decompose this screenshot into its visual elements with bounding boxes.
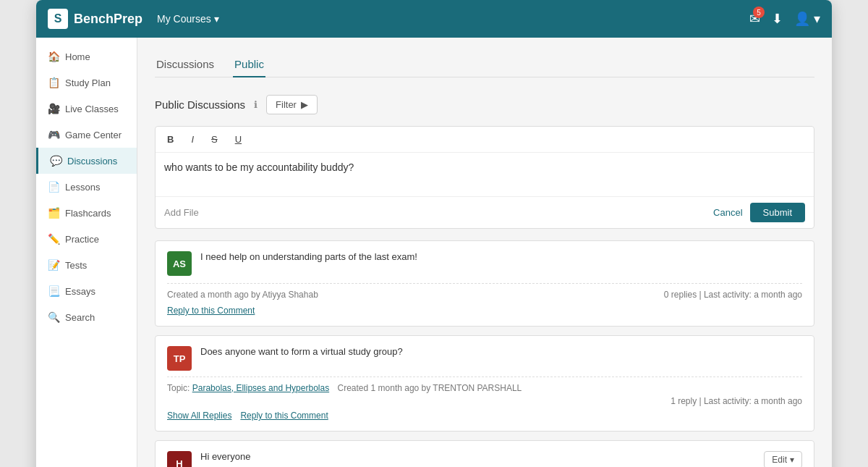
sidebar-item-live-classes[interactable]: 🎥 Live Classes [36,96,137,122]
sidebar-label-flashcards: Flashcards [65,208,111,219]
reply-link-2[interactable]: Reply to this Comment [240,411,328,421]
add-file-link[interactable]: Add File [164,207,199,218]
dropdown-arrow-icon: ▾ [214,13,219,25]
filter-label: Filter [276,99,297,110]
bold-button[interactable]: B [164,132,176,146]
notifications-icon[interactable]: ✉ 5 [749,11,760,27]
main-layout: 🏠 Home 📋 Study Plan 🎥 Live Classes 🎮 Gam… [36,38,832,467]
comment-replies-1: 0 replies | Last activity: a month ago [664,290,802,300]
sidebar-item-discussions[interactable]: 💬 Discussions [36,148,137,174]
app-window: S BenchPrep My Courses ▾ ✉ 5 ⬇ 👤 ▾ 🏠 Hom… [36,0,832,467]
study-plan-icon: 📋 [48,77,59,88]
download-icon[interactable]: ⬇ [772,11,783,27]
topic-label: Topic: [167,383,190,393]
sidebar-label-lessons: Lessons [65,182,100,193]
sidebar-item-search[interactable]: 🔍 Search [36,304,137,330]
comment-text-3: Hi everyone [200,451,755,462]
cancel-button[interactable]: Cancel [713,207,742,218]
sidebar-label-discussions: Discussions [67,156,117,167]
sidebar-label-game-center: Game Center [65,130,122,140]
comment-header-1: AS I need help on understanding parts of… [167,251,802,276]
logo: S BenchPrep [48,9,142,29]
comment-text-2: Does anyone want to form a virtual study… [200,346,802,357]
discussions-header: Public Discussions ℹ Filter ▶ [155,95,814,114]
edit-button-3[interactable]: Edit ▾ [764,451,802,467]
editor-toolbar: B I S U [156,127,814,153]
comment-header-3: H Hi everyone Edit ▾ [167,451,802,467]
tab-discussions[interactable]: Discussions [155,52,216,77]
content: Discussions Public Public Discussions ℹ … [137,38,832,467]
sidebar-item-home[interactable]: 🏠 Home [36,43,137,70]
sidebar-item-study-plan[interactable]: 📋 Study Plan [36,70,137,96]
comment-replies-2: 1 reply | Last activity: a month ago [671,396,802,406]
logo-icon: S [48,9,68,29]
editor-text: who wants to be my accountability buddy? [164,161,354,173]
flashcards-icon: 🗂️ [48,207,59,219]
underline-button[interactable]: U [232,132,244,146]
topic-link-2[interactable]: Parabolas, Ellipses and Hyperbolas [192,383,329,393]
tab-public[interactable]: Public [233,52,265,77]
submit-button[interactable]: Submit [750,203,805,222]
sidebar-label-tests: Tests [65,260,87,271]
sidebar-label-practice: Practice [65,234,99,245]
tests-icon: 📝 [48,259,59,271]
header-right: ✉ 5 ⬇ 👤 ▾ [749,11,820,27]
reply-link-1[interactable]: Reply to this Comment [167,306,255,316]
comment-created-1: Created a month ago by Atiyya Shahab [167,290,318,300]
comment-card-1: AS I need help on understanding parts of… [155,240,814,327]
comment-card-3: H Hi everyone Edit ▾ [155,440,814,467]
show-all-replies-2[interactable]: Show All Replies [167,411,231,421]
sidebar-item-tests[interactable]: 📝 Tests [36,252,137,278]
nav-label: My Courses [157,13,211,25]
sidebar-item-essays[interactable]: 📃 Essays [36,278,137,304]
live-classes-icon: 🎥 [48,103,59,114]
lessons-icon: 📄 [48,181,59,193]
practice-icon: ✏️ [48,233,59,245]
editor-actions: Cancel Submit [713,203,805,222]
sidebar-label-home: Home [65,51,90,62]
logo-text: BenchPrep [74,12,142,27]
editor-content[interactable]: who wants to be my accountability buddy? [156,153,814,196]
comment-created-2: Created 1 month ago by TRENTON PARSHALL [338,383,522,393]
comment-card-2: TP Does anyone want to form a virtual st… [155,335,814,432]
comment-actions-2: Show All Replies Reply to this Comment [167,411,802,421]
sidebar-label-essays: Essays [65,286,95,297]
home-icon: 🏠 [48,51,59,62]
sidebar-label-live-classes: Live Classes [65,104,119,114]
sidebar-item-flashcards[interactable]: 🗂️ Flashcards [36,200,137,226]
sidebar: 🏠 Home 📋 Study Plan 🎥 Live Classes 🎮 Gam… [36,38,137,467]
game-center-icon: 🎮 [48,129,59,140]
header-left: S BenchPrep My Courses ▾ [48,9,219,29]
essays-icon: 📃 [48,285,59,297]
sidebar-label-search: Search [65,312,95,323]
comment-meta-1: Created a month ago by Atiyya Shahab 0 r… [167,283,802,300]
italic-button[interactable]: I [188,132,197,146]
public-discussions-title: Public Discussions [155,98,245,111]
strikethrough-button[interactable]: S [208,132,221,146]
editor-footer: Add File Cancel Submit [156,196,814,228]
comment-header-2: TP Does anyone want to form a virtual st… [167,346,802,371]
filter-arrow-icon: ▶ [301,99,308,110]
search-icon: 🔍 [48,311,59,323]
comment-right-3: Edit ▾ [764,451,802,467]
notification-badge: 5 [753,7,765,18]
avatar-2: TP [167,346,192,371]
sidebar-item-practice[interactable]: ✏️ Practice [36,226,137,252]
edit-arrow-icon: ▾ [790,455,794,465]
avatar-3: H [167,451,192,467]
comment-text-1: I need help on understanding parts of th… [200,251,802,262]
tabs: Discussions Public [155,52,814,77]
sidebar-item-game-center[interactable]: 🎮 Game Center [36,122,137,148]
sidebar-item-lessons[interactable]: 📄 Lessons [36,174,137,200]
filter-button[interactable]: Filter ▶ [266,95,318,114]
header: S BenchPrep My Courses ▾ ✉ 5 ⬇ 👤 ▾ [36,0,832,38]
avatar-1: AS [167,251,192,276]
user-menu-icon[interactable]: 👤 ▾ [794,11,820,27]
editor-box: B I S U who wants to be my accountabilit… [155,126,814,229]
my-courses-button[interactable]: My Courses ▾ [157,13,219,25]
discussions-icon: 💬 [50,155,61,167]
sidebar-label-study-plan: Study Plan [65,77,111,88]
info-icon: ℹ [254,99,258,110]
edit-label-3: Edit [772,455,787,465]
